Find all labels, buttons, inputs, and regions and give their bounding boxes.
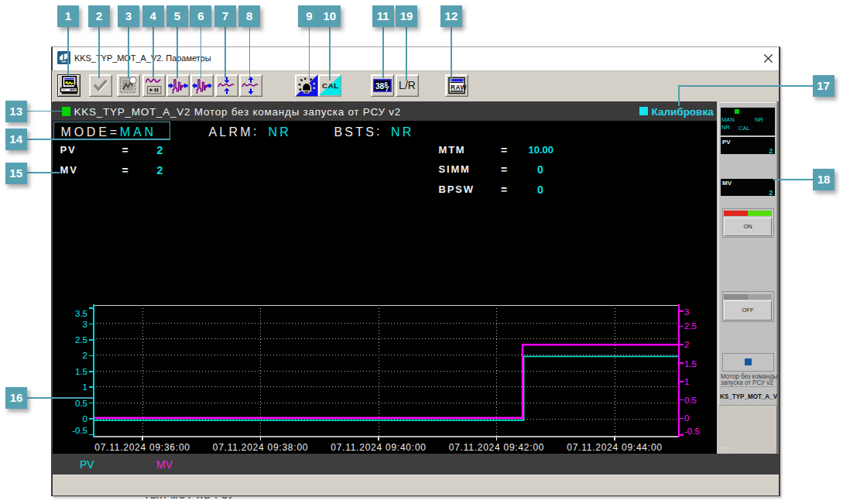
svg-text:2: 2 bbox=[83, 351, 87, 360]
svg-text:1: 1 bbox=[684, 377, 689, 386]
svg-text:0: 0 bbox=[83, 414, 87, 423]
svg-text:3: 3 bbox=[83, 320, 87, 329]
svg-text:0.5: 0.5 bbox=[684, 396, 697, 405]
svg-text:07.11.2024 09:38:00: 07.11.2024 09:38:00 bbox=[213, 442, 308, 453]
svg-text:RAW: RAW bbox=[451, 84, 468, 91]
svg-text:CAL: CAL bbox=[322, 81, 339, 90]
svg-text:3.5: 3.5 bbox=[75, 309, 87, 318]
svg-text:1: 1 bbox=[83, 382, 87, 392]
svg-text:3: 3 bbox=[684, 307, 689, 317]
svg-text:38: 38 bbox=[375, 82, 385, 91]
svg-text:1.5: 1.5 bbox=[684, 359, 697, 369]
svg-text:07.11.2024 09:44:00: 07.11.2024 09:44:00 bbox=[567, 442, 662, 453]
svg-text:07.11.2024 09:40:00: 07.11.2024 09:40:00 bbox=[331, 442, 426, 453]
svg-text:0.5: 0.5 bbox=[75, 399, 87, 408]
svg-text:0: 0 bbox=[684, 413, 689, 423]
svg-text:2: 2 bbox=[684, 340, 689, 349]
svg-text:-0.5: -0.5 bbox=[72, 426, 87, 435]
svg-text:07.11.2024 09:42:00: 07.11.2024 09:42:00 bbox=[449, 442, 544, 453]
svg-text:2.5: 2.5 bbox=[75, 335, 87, 345]
svg-text:-0.5: -0.5 bbox=[684, 427, 700, 436]
svg-text:1.5: 1.5 bbox=[75, 367, 87, 376]
svg-text:2.5: 2.5 bbox=[684, 321, 697, 331]
svg-text:07.11.2024 09:36:00: 07.11.2024 09:36:00 bbox=[94, 442, 190, 453]
